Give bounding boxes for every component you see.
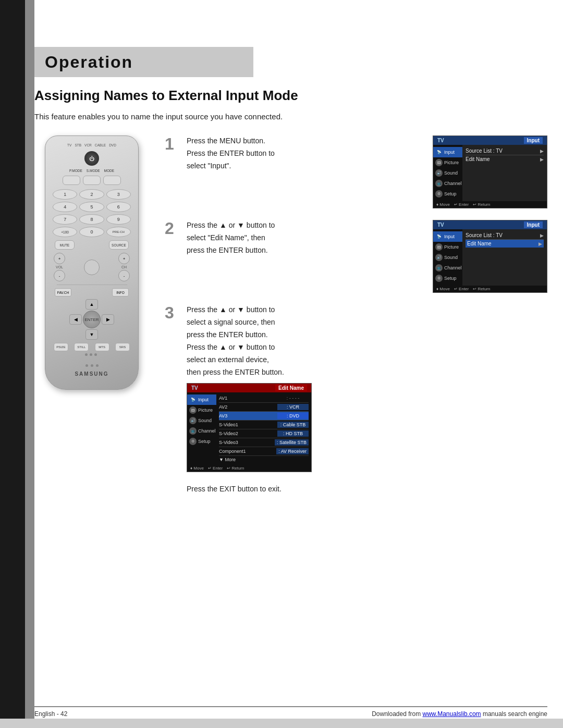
tv-screen-1-tv-label: TV — [437, 138, 444, 143]
enter-button[interactable]: ENTER — [83, 311, 101, 328]
ch-up[interactable]: + — [118, 253, 130, 264]
component1-row: Component1 : AV Receiver — [219, 447, 309, 456]
btn-3[interactable]: 3 — [106, 189, 131, 200]
more-row: ▼ More — [219, 456, 309, 463]
dot1 — [85, 364, 88, 367]
input-icon-1: 📡 — [435, 149, 443, 156]
btn-2[interactable]: 2 — [79, 189, 104, 200]
vol-down[interactable]: - — [54, 270, 65, 281]
btn-7[interactable]: 7 — [53, 214, 77, 225]
mute-button[interactable]: MUTE — [55, 240, 75, 250]
dots-row — [53, 353, 131, 363]
channel-icon-2: 📺 — [435, 264, 443, 272]
nav-down[interactable]: ▼ — [85, 329, 98, 340]
ok-button[interactable] — [84, 260, 100, 275]
tv-screen-2-body: 📡 Input 🖼 Picture 🔊 Sound — [433, 229, 547, 286]
sidebar-setup-3: ⚙ Setup — [187, 436, 216, 447]
smode-button[interactable] — [83, 176, 101, 185]
btn-8[interactable]: 8 — [79, 214, 104, 225]
sidebar-channel-1: 📺 Channel — [433, 178, 462, 189]
info-button[interactable]: INFO — [112, 288, 129, 297]
vol-up[interactable]: + — [54, 253, 65, 264]
sidebar-picture-3: 🖼 Picture — [187, 405, 216, 415]
fav-button[interactable]: FAV.CH — [55, 288, 71, 297]
remote-top-strip: TV STB VCR CABLE DVD — [53, 143, 131, 147]
btn-100[interactable]: +100 — [53, 227, 77, 237]
step-1-text: Press the MENU button. Press the ENTER b… — [187, 135, 425, 173]
channel-icon-1: 📺 — [435, 180, 443, 187]
steps-area: 1 Press the MENU button. Press the ENTER… — [165, 135, 547, 495]
edit-name-row-2: Edit Name ▶ — [466, 240, 544, 248]
mode-button[interactable] — [103, 176, 121, 185]
page-footer: English - 42 Downloaded from www.Manuals… — [34, 706, 547, 718]
dot3 — [96, 364, 99, 367]
btn-1[interactable]: 1 — [53, 189, 77, 200]
edit-name-row-1: Edit Name ▶ — [466, 155, 544, 163]
samsung-logo: SAMSUNG — [53, 371, 131, 377]
btn-0[interactable]: 0 — [79, 227, 104, 237]
sidebar-channel-3: 📺 Channel — [187, 426, 216, 436]
nav-up[interactable]: ▲ — [85, 299, 98, 310]
tv-screen-3-main: AV1 : - - - - AV2 : VCR AV3 : DVD — [216, 392, 311, 465]
page-title: Operation — [45, 53, 133, 72]
tv-screen-1-sidebar: 📡 Input 🖼 Picture 🔊 Sound — [433, 145, 462, 201]
step-1-row: 1 Press the MENU button. Press the ENTER… — [165, 135, 547, 208]
tv-screen-1-body: 📡 Input 🖼 Picture 🔊 Sound — [433, 145, 547, 201]
manualslib-link[interactable]: www.Manualslib.com — [423, 710, 481, 718]
dot2 — [91, 364, 93, 367]
left-sidebar-gray — [25, 0, 34, 728]
tv-screen-3-header: TV Edit Name — [187, 384, 311, 392]
nav-left[interactable]: ◀ — [69, 314, 82, 325]
tv-screen-1-header: TV Input — [433, 136, 547, 145]
pmode-button[interactable] — [63, 176, 80, 185]
sidebar-channel-2: 📺 Channel — [433, 263, 462, 273]
remote-label-tv: TV — [67, 143, 71, 147]
svideo3-row: S-Video3 : Satellite STB — [219, 438, 309, 447]
btn-9[interactable]: 9 — [106, 214, 131, 225]
mode-buttons — [53, 176, 131, 185]
step-3-number: 3 — [165, 304, 179, 321]
header-banner: Operation — [34, 47, 253, 77]
ch-group: + CH - — [118, 253, 130, 281]
btn-prech[interactable]: PRE-CH — [106, 227, 131, 237]
btn-4[interactable]: 4 — [53, 202, 77, 212]
tv-screen-3-sidebar: 📡 Input 🖼 Picture 🔊 Sound — [187, 392, 216, 465]
picture-icon-1: 🖼 — [435, 159, 443, 166]
sidebar-setup-1: ⚙ Setup — [433, 189, 462, 199]
sidebar-input-2: 📡 Input — [433, 231, 462, 242]
remote-label-vcr: VCR — [84, 143, 92, 147]
channel-icon-3: 📺 — [189, 427, 197, 435]
sidebar-sound-2: 🔊 Sound — [433, 252, 462, 263]
source-button[interactable]: SOURCE — [109, 240, 129, 250]
svideo1-row: S-Video1 : Cable STB — [219, 421, 309, 429]
left-sidebar — [0, 0, 25, 728]
btn-6[interactable]: 6 — [106, 202, 131, 212]
main-content: Assigning Names to External Input Mode T… — [34, 88, 547, 697]
nav-right[interactable]: ▶ — [102, 314, 114, 325]
tv-screen-2-sidebar: 📡 Input 🖼 Picture 🔊 Sound — [433, 229, 462, 286]
tv-screen-3-tv-label: TV — [191, 385, 198, 391]
psize-button[interactable]: PSIZE — [54, 343, 68, 351]
tv-screen-3-menu-label: Edit Name — [275, 385, 307, 391]
av1-row: AV1 : - - - - — [219, 394, 309, 403]
tv-screen-2-menu-label: Input — [524, 221, 543, 228]
tv-screen-2-footer: ♦ Move ↵ Enter ↩ Return — [433, 286, 547, 292]
setup-icon-3: ⚙ — [189, 438, 197, 445]
power-button[interactable]: ⏻ — [84, 151, 99, 166]
ch-down[interactable]: - — [118, 270, 130, 281]
special-row: MUTE SOURCE — [53, 240, 131, 250]
setup-icon-1: ⚙ — [435, 190, 443, 198]
remote-container: TV STB VCR CABLE DVD ⏻ P.MODE S.MODE MOD… — [34, 135, 149, 390]
mts-button[interactable]: MTS — [95, 343, 109, 351]
tv-screen-3-footer: ♦ Move ↵ Enter ↩ Return — [187, 465, 311, 472]
step-2-row: 2 Press the ▲ or ▼ button to select "Edi… — [165, 220, 547, 293]
tv-screen-1-main: Source List : TV ▶ Edit Name ▶ — [462, 145, 547, 201]
still-button[interactable]: STILL — [74, 343, 89, 351]
remote-control: TV STB VCR CABLE DVD ⏻ P.MODE S.MODE MOD… — [45, 135, 139, 390]
srs-button[interactable]: SRS — [115, 343, 130, 351]
btn-5[interactable]: 5 — [79, 202, 104, 212]
content-row: TV STB VCR CABLE DVD ⏻ P.MODE S.MODE MOD… — [34, 135, 547, 495]
step-3-content: Press the ▲ or ▼ button to select a sign… — [187, 304, 547, 472]
av2-row: AV2 : VCR — [219, 403, 309, 412]
tv-screen-2-header: TV Input — [433, 220, 547, 229]
